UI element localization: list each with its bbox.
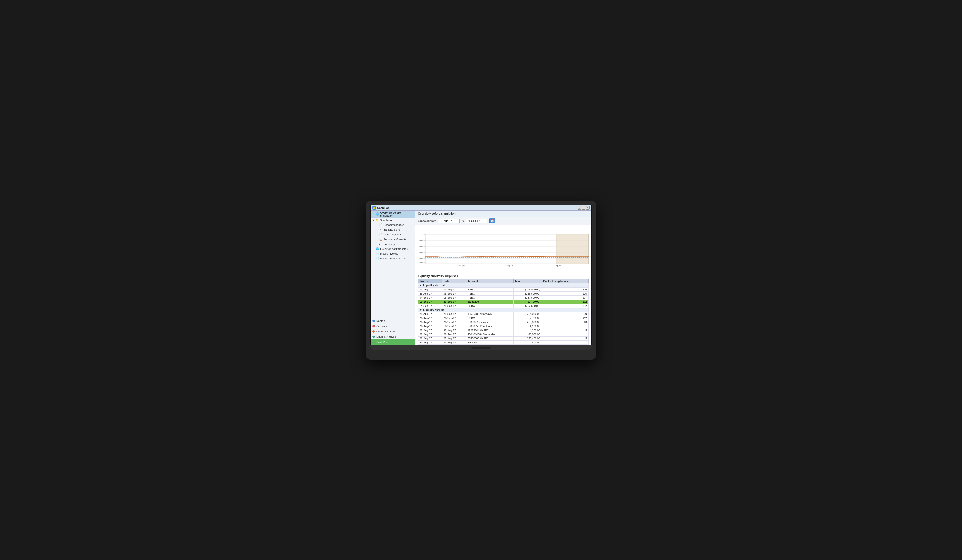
calendar-button[interactable]: 📅 — [489, 218, 495, 224]
cell-from: 23-Aug-17 — [418, 291, 442, 296]
cell-bank-closing: (70 — [542, 344, 589, 345]
cell-max: (166,500.00) — [514, 287, 542, 291]
cell-bank-closing: (215 — [542, 291, 589, 296]
table-row[interactable]: 21-Aug-17 21-Sep-17 200404408 / Santande… — [418, 332, 589, 336]
svg-text:27-Aug-17: 27-Aug-17 — [457, 264, 465, 267]
simulation-icon: 📁 — [376, 219, 379, 222]
cell-until: 03-Sep-17 — [442, 291, 466, 296]
cell-bank-closing: (216 — [542, 287, 589, 291]
sidebar-item-overview[interactable]: 🌐 Overview before simulation — [371, 211, 415, 218]
cell-max: 14,100.00 — [514, 324, 542, 328]
cell-max: 68,000.00 — [514, 332, 542, 336]
expected-from-label: Expected from — [418, 219, 436, 222]
cell-until: 10-Sep-17 — [442, 344, 466, 345]
table-row[interactable]: 04-Sep-17 13-Sep-17 HSBC (187,600.00) (2… — [418, 296, 589, 299]
cell-until: 21-Sep-17 — [442, 332, 466, 336]
minimize-button[interactable]: _ — [578, 206, 581, 209]
cell-account: 11223344 / HSBC — [466, 328, 514, 332]
cell-account: 533532 / NatWest — [466, 320, 514, 324]
sidebar-item-move-payments[interactable]: 📄 Move payments — [371, 232, 415, 237]
sidebar-item-summary[interactable]: Σ Summary — [371, 242, 415, 246]
cell-until: 21-Sep-17 — [442, 320, 466, 324]
sidebar-item-debtors[interactable]: Debtors — [371, 318, 415, 323]
table-row[interactable]: 23-Aug-17 03-Sep-17 HSBC (165,600.00) (2… — [418, 291, 589, 296]
cell-bank-closing: 70 — [542, 312, 589, 316]
app-title: Cash Pool — [377, 206, 390, 209]
col-account[interactable]: Account — [466, 279, 514, 283]
sidebar-item-summary-results[interactable]: 📋 Summary of results — [371, 237, 415, 242]
cell-account: HSBC — [466, 304, 514, 308]
cell-until: 13-Sep-17 — [442, 296, 466, 299]
group-header-row: ▼ Liquidity surplus — [418, 308, 589, 312]
sidebar-item-simulation[interactable]: ▼ 📁 Simulation — [371, 218, 415, 222]
cell-bank-closing: 1 — [542, 324, 589, 328]
chart-svg: 0 -20000 -40000 -60000 -80000 -100000 — [417, 227, 589, 273]
table-row[interactable]: 21-Aug-17 22-Aug-17 30500300 / HSBC 156,… — [418, 336, 589, 340]
cell-account: 50000050 / Santander — [466, 324, 514, 328]
cell-from: 21-Aug-17 — [418, 328, 442, 332]
cell-from: 21-Aug-17 — [418, 287, 442, 291]
chart-container: 0 -20000 -40000 -60000 -80000 -100000 — [415, 225, 591, 273]
table-row[interactable]: 14-Sep-17 21-Sep-17 HSBC (262,600.00) (3… — [418, 304, 589, 308]
sidebar-item-other-payments[interactable]: Other payments — [371, 329, 415, 334]
sidebar-item-banktransfers[interactable]: ↔ Banktransfers — [371, 227, 415, 232]
from-date-input[interactable] — [438, 219, 460, 223]
transfer-icon: ↔ — [379, 228, 383, 232]
expand-icon: ▼ — [373, 219, 374, 221]
cell-max: (165,600.00) — [514, 291, 542, 296]
cell-from: 21-Aug-17 — [418, 316, 442, 320]
liquidity-dot — [373, 336, 375, 338]
cell-account: 200404408 / Santander — [466, 332, 514, 336]
group-name: Liquidity surplus — [423, 309, 444, 311]
col-from[interactable]: From ▲ — [418, 279, 442, 283]
to-date-input[interactable] — [466, 219, 487, 223]
cell-max: 156,400.00 — [514, 336, 542, 340]
cell-account: NatWest — [466, 340, 514, 344]
table-row[interactable]: 21-Aug-17 10-Sep-17 Santander 9,300.00 (… — [418, 344, 589, 345]
col-until[interactable]: Until — [442, 279, 466, 283]
group-name: Liquidity shortfall — [423, 284, 445, 287]
maximize-button[interactable]: □ — [582, 206, 585, 209]
cell-until: 22-Aug-17 — [442, 336, 466, 340]
cell-from: 21-Aug-17 — [418, 324, 442, 328]
sidebar-item-recommendation[interactable]: 📄 Recommendation — [371, 222, 415, 227]
other-payments-dot — [373, 330, 375, 333]
svg-text:-80000: -80000 — [419, 257, 425, 259]
cell-bank-closing: (12 — [542, 316, 589, 320]
cell-bank-closing: (312 — [542, 304, 589, 308]
table-row[interactable]: 21-Aug-17 21-Sep-17 533532 / NatWest 218… — [418, 320, 589, 324]
sidebar-item-moved-other[interactable]: 📄 Moved other payments — [371, 256, 415, 261]
cell-account: HSBC — [466, 291, 514, 296]
cell-until: 21-Sep-17 — [442, 312, 466, 316]
cell-until: 31-Aug-17 — [442, 328, 466, 332]
filter-bar: Expected from to 📅 — [415, 217, 591, 225]
invoices-icon: 📄 — [376, 252, 379, 256]
table-row[interactable]: 21-Aug-17 31-Aug-17 NatWest 600.00 — [418, 340, 589, 344]
col-max[interactable]: Max. — [514, 279, 542, 283]
cell-from: 21-Aug-17 — [418, 312, 442, 316]
svg-text:0: 0 — [423, 233, 425, 235]
sidebar-item-cash-pool[interactable]: Cash Pool — [371, 340, 415, 345]
cell-bank-closing: 1 — [542, 332, 589, 336]
sidebar-item-liquidity[interactable]: Liquidity Analysis — [371, 334, 415, 340]
svg-text:03-Sep-17: 03-Sep-17 — [505, 264, 513, 267]
col-bank-closing[interactable]: Bank closing balance — [542, 279, 589, 283]
sidebar-item-moved-invoices[interactable]: 📄 Moved invoices — [371, 251, 415, 256]
table-row[interactable]: 21-Aug-17 21-Sep-17 45566788 / Barclays … — [418, 312, 589, 316]
globe-icon: 🌐 — [376, 212, 379, 216]
table-row[interactable]: 21-Aug-17 31-Aug-17 11223344 / HSBC 14,2… — [418, 328, 589, 332]
cell-max: (262,600.00) — [514, 304, 542, 308]
table-row[interactable]: 21-Aug-17 22-Aug-17 HSBC (166,500.00) (2… — [418, 287, 589, 291]
table-row[interactable]: 21-Aug-17 11-Sep-17 50000050 / Santander… — [418, 324, 589, 328]
cell-max: 600.00 — [514, 340, 542, 344]
cell-from: 21-Aug-17 — [418, 340, 442, 344]
page-title: Overview before simulation — [418, 212, 455, 215]
table-row[interactable]: 11-Sep-17 21-Sep-17 Santander (22,700.00… — [418, 299, 589, 304]
sidebar-item-creditors[interactable]: Creditors — [371, 323, 415, 329]
table-row[interactable]: 21-Aug-17 21-Sep-17 HSBC 2,700.00 (12 — [418, 316, 589, 320]
svg-text:-40000: -40000 — [419, 245, 425, 247]
close-button[interactable]: × — [586, 206, 589, 209]
cell-account: Santander — [466, 299, 514, 304]
cell-from: 21-Aug-17 — [418, 336, 442, 340]
sidebar-item-executed-transfers[interactable]: 🌐 Executed bank transfers — [371, 246, 415, 251]
